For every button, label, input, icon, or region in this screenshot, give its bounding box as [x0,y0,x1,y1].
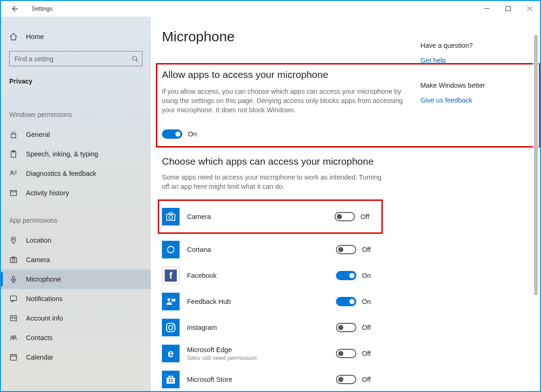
home-nav[interactable]: Home [1,29,151,45]
sidebar-item-label: General [26,131,50,138]
clipboard-icon [9,150,18,158]
sidebar-item-account[interactable]: Account info [1,308,151,328]
cortana-app-icon [162,241,180,258]
svg-rect-11 [11,191,17,196]
app-name: Microsoft Store [187,376,336,383]
app-toggle-state: Off [362,246,371,253]
app-toggle-store[interactable] [336,375,356,384]
close-button[interactable] [519,1,540,16]
maximize-button[interactable] [497,1,519,16]
svg-rect-7 [11,134,16,138]
allow-access-toggle-state: On [188,130,197,138]
get-help-link[interactable]: Get help [420,57,527,64]
svg-point-33 [167,298,170,301]
app-toggle-camera[interactable] [335,212,355,221]
choose-apps-description: Some apps need to access your microphone… [162,173,385,191]
app-row-feedbackhub: Feedback Hub On [162,289,380,315]
app-name: Instagram [187,324,336,331]
history-icon [9,189,18,197]
app-toggle-state: On [362,272,371,279]
svg-point-5 [133,56,137,60]
feedback-icon [9,170,18,177]
app-toggle-state: Off [362,350,371,357]
search-input[interactable] [9,51,142,66]
app-subtext: Sites still need permission [187,354,336,361]
svg-rect-2 [506,6,510,11]
highlight-camera-row: Camera Off [158,199,383,234]
scrollbar-track[interactable] [533,18,539,390]
home-icon [9,32,18,41]
category-label: Privacy [1,76,151,87]
app-name: Cortana [187,246,336,253]
give-feedback-link[interactable]: Give us feedback [420,96,527,104]
choose-apps-heading: Choose which apps can access your microp… [162,156,540,167]
app-row-edge: e Microsoft Edge Sites still need permis… [162,341,380,366]
svg-rect-39 [169,379,170,380]
app-name: Facebook [187,272,336,279]
rail-question-title: Have a question? [420,42,527,49]
group-label-app-permissions: App permissions [1,215,151,226]
sidebar-item-activity[interactable]: Activity history [1,183,151,203]
svg-point-36 [169,326,173,330]
app-toggle-facebook[interactable] [336,271,356,280]
svg-point-20 [12,317,13,319]
search-icon [132,55,139,62]
app-toggle-instagram[interactable] [336,323,356,332]
edge-app-icon: e [162,345,180,362]
svg-point-23 [11,336,13,338]
svg-rect-34 [172,299,175,302]
svg-rect-42 [171,381,173,382]
svg-point-32 [167,246,174,253]
sidebar-item-camera[interactable]: Camera [1,250,151,270]
sidebar-item-label: Activity history [26,189,69,197]
svg-point-10 [11,171,13,173]
sidebar-item-label: Contacts [26,334,52,341]
rail-feedback-title: Make Windows better [420,82,527,89]
app-toggle-state: Off [362,324,371,331]
sidebar-item-speech[interactable]: Speech, inking, & typing [1,144,151,164]
app-toggle-edge[interactable] [336,349,356,358]
sidebar-item-label: Location [26,237,52,244]
sidebar-item-general[interactable]: General [1,125,151,144]
sidebar-item-notifications[interactable]: Notifications [1,289,151,308]
app-toggle-cortana[interactable] [336,245,356,254]
feedbackhub-app-icon [162,293,180,310]
svg-point-24 [14,336,16,338]
svg-rect-17 [13,276,14,280]
allow-access-heading: Allow apps to access your microphone [162,69,417,80]
window-title: Settings [32,6,52,12]
svg-rect-41 [169,381,170,382]
main-content: Microphone Allow apps to access your mic… [151,17,540,391]
sidebar-item-diagnostics[interactable]: Diagnostics & feedback [1,164,151,183]
app-row-store: Microsoft Store Off [162,366,380,391]
sidebar-item-label: Microphone [26,276,61,283]
sidebar-item-label: Speech, inking, & typing [26,150,98,158]
svg-rect-19 [11,316,17,321]
minimize-button[interactable] [476,1,497,16]
calendar-icon [9,353,18,361]
app-name: Feedback Hub [187,298,336,305]
back-button[interactable] [7,2,21,16]
instagram-app-icon [162,319,180,336]
svg-rect-25 [11,355,17,360]
sidebar-item-contacts[interactable]: Contacts [1,328,151,347]
svg-rect-40 [171,379,173,380]
svg-rect-16 [12,257,15,258]
sidebar: Home Privacy Windows permissions General… [1,17,151,391]
sidebar-item-label: Calendar [26,353,53,361]
sidebar-item-label: Account info [26,315,63,322]
sidebar-item-location[interactable]: Location [1,231,151,250]
sidebar-item-calendar[interactable]: Calendar [1,347,151,367]
allow-access-description: If you allow access, you can choose whic… [162,87,417,115]
notifications-icon [9,295,18,302]
svg-point-37 [173,324,174,325]
location-icon [9,237,18,244]
scrollbar-thumb[interactable] [534,35,538,295]
allow-access-toggle[interactable] [162,129,182,139]
app-toggle-feedbackhub[interactable] [336,297,356,306]
sidebar-item-microphone[interactable]: Microphone [1,270,151,289]
home-label: Home [26,33,44,40]
app-row-camera: Camera Off [162,204,379,230]
camera-app-icon [162,208,180,225]
lock-icon [9,131,18,138]
